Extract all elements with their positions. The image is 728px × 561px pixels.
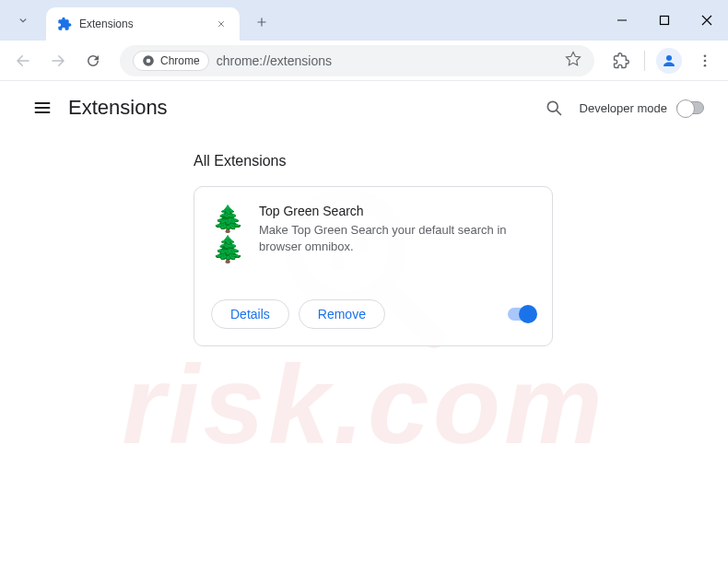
svg-point-12 bbox=[547, 101, 558, 111]
tab-title: Extensions bbox=[79, 18, 214, 30]
svg-point-5 bbox=[704, 59, 707, 62]
more-vert-icon bbox=[697, 53, 713, 69]
back-button[interactable] bbox=[7, 45, 39, 76]
close-icon bbox=[217, 19, 226, 29]
forward-button[interactable] bbox=[42, 45, 74, 76]
tabs-dropdown-button[interactable] bbox=[7, 5, 39, 36]
section-title: All Extensions bbox=[194, 153, 728, 169]
developer-mode-label: Developer mode bbox=[580, 101, 667, 115]
window-controls bbox=[601, 0, 728, 41]
tab-close-button[interactable] bbox=[214, 17, 229, 31]
main-menu-button[interactable] bbox=[24, 89, 61, 126]
arrow-left-icon bbox=[15, 53, 31, 69]
close-icon bbox=[701, 15, 712, 26]
reload-button[interactable] bbox=[77, 45, 109, 76]
maximize-button[interactable] bbox=[643, 0, 686, 41]
address-bar[interactable]: Chrome chrome://extensions bbox=[120, 45, 594, 76]
person-icon bbox=[661, 53, 677, 69]
chrome-chip-label: Chrome bbox=[160, 54, 200, 67]
search-button[interactable] bbox=[535, 89, 572, 126]
star-icon bbox=[565, 51, 581, 67]
page-title: Extensions bbox=[68, 96, 168, 120]
svg-rect-0 bbox=[661, 17, 669, 25]
extensions-content: All Extensions 🌲🌲 Top Green Search Make … bbox=[0, 134, 728, 346]
toolbar-divider bbox=[644, 51, 645, 71]
chrome-chip: Chrome bbox=[133, 51, 209, 71]
search-icon bbox=[545, 99, 563, 117]
profile-button[interactable] bbox=[656, 48, 682, 74]
minimize-icon bbox=[616, 15, 628, 26]
extension-enabled-toggle[interactable] bbox=[508, 308, 535, 321]
close-window-button[interactable] bbox=[686, 0, 728, 41]
watermark-text: risk.com bbox=[122, 341, 606, 468]
svg-point-3 bbox=[666, 55, 672, 61]
svg-point-6 bbox=[704, 64, 707, 66]
chrome-logo-icon bbox=[142, 54, 155, 67]
new-tab-button[interactable] bbox=[249, 9, 275, 35]
extensions-header: Extensions Developer mode bbox=[0, 81, 728, 134]
extension-name: Top Green Search bbox=[259, 204, 535, 218]
extension-card: 🌲🌲 Top Green Search Make Top Green Searc… bbox=[194, 186, 553, 346]
puzzle-icon bbox=[613, 53, 629, 69]
remove-button[interactable]: Remove bbox=[299, 299, 385, 329]
plus-icon bbox=[255, 16, 268, 29]
minimize-button[interactable] bbox=[601, 0, 643, 41]
extensions-button[interactable] bbox=[605, 45, 637, 76]
menu-button[interactable] bbox=[689, 45, 721, 76]
svg-point-4 bbox=[704, 54, 707, 57]
puzzle-icon bbox=[57, 17, 72, 31]
browser-toolbar: Chrome chrome://extensions bbox=[0, 41, 728, 81]
window-titlebar: Extensions bbox=[0, 0, 728, 41]
url-text: chrome://extensions bbox=[217, 53, 565, 68]
browser-tab[interactable]: Extensions bbox=[46, 7, 240, 41]
chevron-down-icon bbox=[17, 14, 29, 27]
reload-icon bbox=[85, 53, 101, 69]
developer-mode-toggle[interactable] bbox=[676, 101, 704, 114]
extension-icon: 🌲🌲 bbox=[211, 204, 244, 264]
arrow-right-icon bbox=[50, 53, 66, 69]
extension-description: Make Top Green Search your default searc… bbox=[259, 222, 535, 255]
details-button[interactable]: Details bbox=[211, 299, 289, 329]
svg-line-13 bbox=[557, 111, 560, 114]
maximize-icon bbox=[659, 15, 670, 26]
svg-point-2 bbox=[147, 58, 151, 63]
bookmark-button[interactable] bbox=[565, 51, 581, 71]
hamburger-icon bbox=[33, 99, 52, 117]
